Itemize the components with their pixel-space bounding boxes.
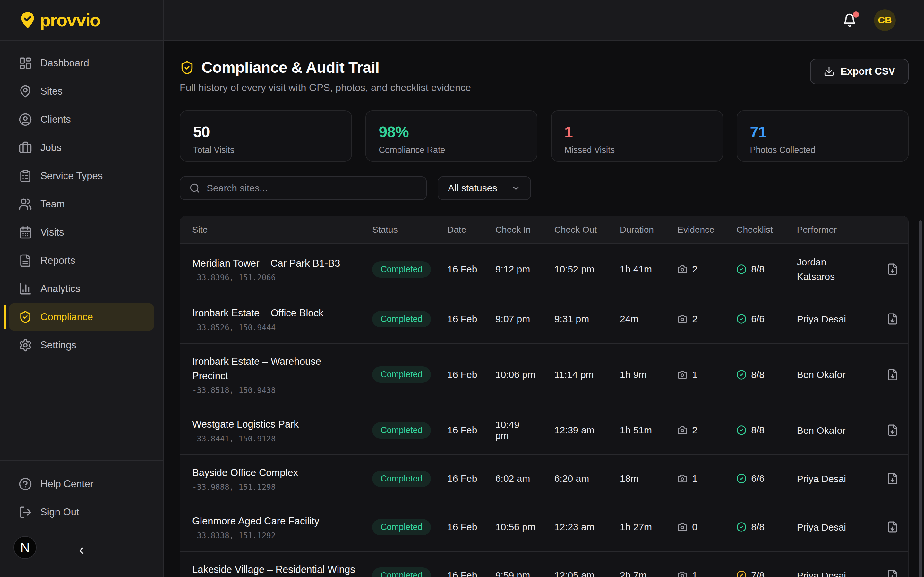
download-report-button[interactable] <box>887 569 899 577</box>
download-report-button[interactable] <box>887 521 899 533</box>
gear-icon <box>19 338 32 352</box>
sidebar-item-jobs[interactable]: Jobs <box>9 134 154 162</box>
column-header-checklist: Checklist <box>736 216 796 243</box>
sidebar-item-team[interactable]: Team <box>9 190 154 218</box>
user-avatar[interactable]: CB <box>874 9 896 31</box>
check-out-cell: 9:31 pm <box>554 303 620 335</box>
sidebar-item-label: Analytics <box>40 283 80 295</box>
file-down-icon <box>887 313 899 325</box>
download-report-button[interactable] <box>887 263 899 276</box>
check-circle-icon <box>736 314 746 324</box>
table-row[interactable]: Bayside Office Complex -33.9888, 151.129… <box>180 454 908 503</box>
column-header-evidence: Evidence <box>677 216 736 243</box>
performer-cell: Ben Okafor <box>797 412 876 448</box>
topbar: CB <box>164 0 924 41</box>
status-badge: Completed <box>372 261 431 277</box>
checklist-cell: 6/6 <box>736 462 796 495</box>
sidebar-item-service-types[interactable]: Service Types <box>9 162 154 190</box>
sidebar-item-label: Team <box>40 198 65 210</box>
column-header-check-out: Check Out <box>554 216 620 243</box>
site-cell: Meridian Tower – Car Park B1-B3 -33.8396… <box>180 245 372 293</box>
status-badge: Completed <box>372 311 431 327</box>
download-report-button[interactable] <box>887 472 899 485</box>
column-header-date: Date <box>447 216 495 243</box>
checklist-count: 7/8 <box>751 570 764 577</box>
sidebar-item-label: Visits <box>40 227 64 238</box>
sidebar-item-dashboard[interactable]: Dashboard <box>9 49 154 77</box>
date-cell: 16 Feb <box>447 559 495 577</box>
stat-label: Total Visits <box>193 145 338 155</box>
file-down-icon <box>887 472 899 485</box>
sidebar-item-label: Sign Out <box>40 506 79 518</box>
sidebar-item-compliance[interactable]: Compliance <box>9 303 154 331</box>
download-report-button[interactable] <box>887 313 899 325</box>
sidebar-item-sites[interactable]: Sites <box>9 77 154 105</box>
status-badge: Completed <box>372 567 431 577</box>
evidence-cell: 1 <box>677 559 736 577</box>
date-cell: 16 Feb <box>447 253 495 285</box>
sidebar-item-label: Sites <box>40 85 63 97</box>
brand-logo[interactable]: provvio <box>19 10 100 31</box>
page-title: Compliance & Audit Trail <box>202 59 379 76</box>
table-row[interactable]: Ironbark Estate – Office Block -33.8526,… <box>180 295 908 343</box>
file-down-icon <box>887 424 899 436</box>
sidebar-footer-bottom: N <box>9 529 154 577</box>
dev-badge[interactable]: N <box>13 536 37 559</box>
chevron-left-icon <box>76 545 87 556</box>
sidebar-footer: Help Center Sign Out N <box>0 460 163 577</box>
sidebar-item-help-center[interactable]: Help Center <box>9 470 154 498</box>
status-filter-dropdown[interactable]: All statuses <box>438 176 531 200</box>
site-coordinates: -33.8396, 151.2066 <box>192 273 356 282</box>
column-header-status: Status <box>372 216 447 243</box>
checklist-cell: 7/8 <box>736 559 796 577</box>
status-filter-value: All statuses <box>448 183 497 193</box>
camera-icon <box>677 370 688 380</box>
search-box <box>180 176 427 200</box>
duration-cell: 1h 41m <box>620 253 677 285</box>
duration-cell: 1h 27m <box>620 511 677 543</box>
brand-row: provvio <box>0 0 163 41</box>
sidebar-item-sign-out[interactable]: Sign Out <box>9 498 154 526</box>
notifications-button[interactable] <box>843 13 857 27</box>
sidebar-item-analytics[interactable]: Analytics <box>9 275 154 303</box>
filters-row: All statuses <box>180 176 909 200</box>
evidence-count: 2 <box>692 425 698 436</box>
check-in-cell: 10:49 pm <box>495 408 534 452</box>
check-in-cell: 6:02 am <box>495 462 554 495</box>
sidebar-item-settings[interactable]: Settings <box>9 331 154 359</box>
checklist-cell: 6/6 <box>736 303 796 335</box>
download-report-button[interactable] <box>887 369 899 381</box>
status-badge: Completed <box>372 422 431 438</box>
table-row[interactable]: Meridian Tower – Car Park B1-B3 -33.8396… <box>180 243 908 295</box>
evidence-count: 1 <box>692 369 698 380</box>
table-row[interactable]: Ironbark Estate – Warehouse Precinct -33… <box>180 343 908 406</box>
check-out-cell: 10:52 pm <box>554 253 620 285</box>
brand-pin-check-icon <box>19 11 37 29</box>
evidence-count: 2 <box>692 264 698 275</box>
download-report-button[interactable] <box>887 424 899 436</box>
log-out-icon <box>19 506 32 519</box>
search-icon <box>189 183 200 193</box>
sidebar-item-visits[interactable]: Visits <box>9 218 154 247</box>
title-row: Compliance & Audit Trail <box>180 59 471 76</box>
sidebar-collapse-button[interactable] <box>74 543 89 558</box>
sidebar-item-clients[interactable]: Clients <box>9 105 154 134</box>
table-row[interactable]: Glenmore Aged Care Facility -33.8338, 15… <box>180 503 908 551</box>
sidebar-item-reports[interactable]: Reports <box>9 247 154 275</box>
check-out-cell: 11:14 pm <box>554 358 620 391</box>
table-row[interactable]: Westgate Logistics Park -33.8441, 150.91… <box>180 406 908 454</box>
status-badge: Completed <box>372 519 431 535</box>
export-csv-button[interactable]: Export CSV <box>810 59 909 84</box>
duration-cell: 1h 51m <box>620 414 677 446</box>
file-down-icon <box>887 569 899 577</box>
site-coordinates: -33.8338, 151.1292 <box>192 531 356 540</box>
download-icon <box>824 66 835 77</box>
scrollbar-thumb[interactable] <box>919 220 922 577</box>
duration-cell: 24m <box>620 303 677 335</box>
table-row[interactable]: Lakeside Village – Residential Wings -33… <box>180 551 908 577</box>
performer-cell: Priya Desai <box>797 558 876 577</box>
table-header-row: Site Status Date Check In Check Out Dura… <box>180 216 908 243</box>
search-input[interactable] <box>207 183 417 193</box>
check-out-cell: 12:23 am <box>554 511 620 543</box>
sidebar: provvio Dashboard Sites Clients Jobs <box>0 0 164 577</box>
